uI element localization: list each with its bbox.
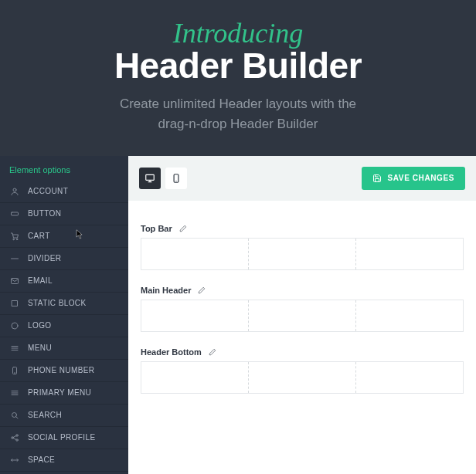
builder-canvas: SAVE CHANGES Top BarMain HeaderHeader Bo… <box>128 156 476 474</box>
sidebar-item-label: MENU <box>28 344 52 352</box>
builder-panel: Element options ACCOUNTBUTTONCARTDIVIDER… <box>0 156 476 474</box>
svg-point-0 <box>13 188 16 191</box>
header-rows: Top BarMain HeaderHeader Bottom <box>128 201 476 422</box>
svg-rect-24 <box>146 174 155 180</box>
arrows-icon <box>9 455 20 466</box>
sidebar-item-search[interactable]: SEARCH <box>0 405 128 427</box>
sidebar-item-social-profile[interactable]: SOCIAL PROFILE <box>0 427 128 449</box>
svg-rect-6 <box>12 300 18 306</box>
pencil-icon[interactable] <box>208 347 217 357</box>
row-header: Top Bar <box>141 224 464 233</box>
rect-icon <box>9 208 20 219</box>
hero-sub-line2: drag-n-drop Header Builder <box>158 117 318 131</box>
menu-icon <box>9 388 20 398</box>
mobile-icon <box>171 173 182 184</box>
sidebar-item-label: DIVIDER <box>28 254 61 262</box>
column-slot[interactable] <box>248 239 355 269</box>
sidebar-item-label: BUTTON <box>28 209 61 218</box>
device-desktop-button[interactable] <box>139 168 161 189</box>
header-row-main-header: Main Header <box>141 286 464 332</box>
row-header: Main Header <box>141 286 464 295</box>
row-drop-zone[interactable] <box>141 300 464 332</box>
sidebar-item-account[interactable]: ACCOUNT <box>0 181 128 203</box>
pencil-icon[interactable] <box>178 224 188 233</box>
column-slot[interactable] <box>355 300 463 331</box>
header-row-top-bar: Top Bar <box>141 224 464 270</box>
sidebar-item-label: CART <box>28 232 50 240</box>
sidebar-item-divider[interactable]: DIVIDER <box>0 248 128 270</box>
pencil-icon[interactable] <box>197 286 206 295</box>
circle-icon <box>9 320 20 331</box>
sidebar-item-label: PHONE NUMBER <box>28 366 94 374</box>
line-icon <box>9 253 20 264</box>
column-slot[interactable] <box>355 239 463 269</box>
save-icon <box>372 174 382 183</box>
column-slot[interactable] <box>141 239 248 269</box>
row-drop-zone[interactable] <box>141 361 464 394</box>
sidebar-item-menu[interactable]: MENU <box>0 337 128 360</box>
desktop-icon <box>144 173 155 184</box>
row-title: Header Bottom <box>141 347 202 357</box>
elements-sidebar: Element options ACCOUNTBUTTONCARTDIVIDER… <box>0 156 128 474</box>
svg-point-3 <box>16 239 18 240</box>
sidebar-item-button[interactable]: BUTTON <box>0 203 128 225</box>
sidebar-item-label: SEARCH <box>28 411 62 419</box>
column-slot[interactable] <box>141 362 248 393</box>
sidebar-item-label: EMAIL <box>28 276 53 285</box>
cart-icon <box>9 231 20 242</box>
hero-title: Header Builder <box>0 45 476 86</box>
sidebar-item-logo[interactable]: LOGO <box>0 315 128 337</box>
square-icon <box>9 298 20 309</box>
svg-rect-1 <box>12 212 19 215</box>
hero-subtitle: Create unlimited Header layouts with the… <box>0 94 476 135</box>
device-mobile-button[interactable] <box>165 168 187 189</box>
sidebar-item-space[interactable]: SPACE <box>0 449 128 472</box>
sidebar-item-label: LOGO <box>28 321 52 330</box>
row-drop-zone[interactable] <box>141 238 464 270</box>
share-icon <box>9 432 20 443</box>
hero-sub-line1: Create unlimited Header layouts with the <box>120 96 356 111</box>
sidebar-item-primary-menu[interactable]: PRIMARY MENU <box>0 382 128 405</box>
svg-point-2 <box>13 239 15 240</box>
mail-icon <box>9 276 20 286</box>
device-switcher <box>139 168 187 189</box>
svg-point-26 <box>175 181 176 181</box>
phone-icon <box>9 365 20 376</box>
sidebar-item-cart[interactable]: CART <box>0 225 128 248</box>
sidebar-item-label: PRIMARY MENU <box>28 388 91 397</box>
save-changes-button[interactable]: SAVE CHANGES <box>362 167 465 190</box>
canvas-toolbar: SAVE CHANGES <box>128 156 476 201</box>
svg-line-21 <box>13 435 16 437</box>
sidebar-title: Element options <box>0 156 128 181</box>
sidebar-item-label: SOCIAL PROFILE <box>28 433 95 442</box>
column-slot[interactable] <box>141 300 248 331</box>
svg-line-17 <box>16 416 18 418</box>
sidebar-item-label: SPACE <box>28 455 55 464</box>
column-slot[interactable] <box>355 362 463 393</box>
sidebar-item-label: STATIC BLOCK <box>28 299 87 307</box>
row-header: Header Bottom <box>141 347 464 357</box>
sidebar-item-static-block[interactable]: STATIC BLOCK <box>0 293 128 315</box>
sidebar-item-label: ACCOUNT <box>28 187 68 195</box>
sidebar-item-phone-number[interactable]: PHONE NUMBER <box>0 360 128 382</box>
column-slot[interactable] <box>248 362 355 393</box>
menu-icon <box>9 343 20 354</box>
column-slot[interactable] <box>248 300 355 331</box>
header-row-header-bottom: Header Bottom <box>141 347 464 394</box>
row-title: Top Bar <box>141 224 172 233</box>
search-icon <box>9 410 20 421</box>
row-title: Main Header <box>141 286 191 295</box>
svg-point-7 <box>12 323 18 329</box>
hero-section: Introducing Header Builder Create unlimi… <box>0 0 476 135</box>
user-icon <box>9 186 20 197</box>
sidebar-item-email[interactable]: EMAIL <box>0 270 128 293</box>
svg-line-22 <box>13 438 16 439</box>
save-label: SAVE CHANGES <box>388 174 454 182</box>
